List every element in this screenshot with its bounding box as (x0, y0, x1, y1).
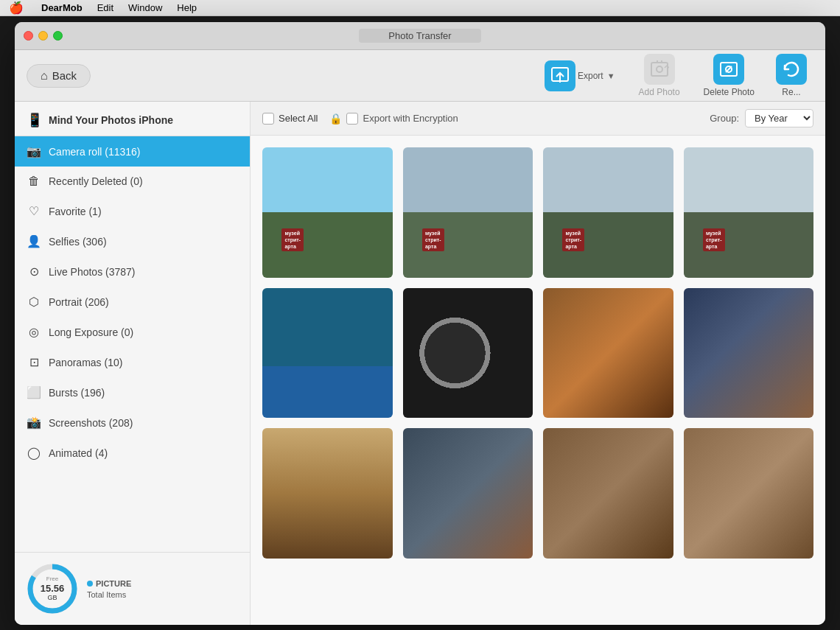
bursts-label: Bursts (196) (49, 387, 105, 399)
svg-point-3 (657, 66, 662, 72)
title-bar: Photo Transfer (15, 22, 825, 50)
apple-menu-icon[interactable]: 🍎 (9, 1, 24, 15)
group-label: Group: (710, 113, 739, 124)
delete-photo-label: Delete Photo (704, 87, 755, 97)
select-all-wrap: Select All (262, 113, 318, 125)
panoramas-label: Panoramas (10) (49, 357, 122, 368)
photo-cell[interactable] (403, 288, 533, 419)
sidebar-item-animated[interactable]: ◯ Animated (4) (15, 438, 250, 468)
photo-cell[interactable]: музейстрит-арта (403, 147, 533, 278)
sidebar-item-camera-roll[interactable]: 📷 Camera roll (11316) (15, 136, 250, 167)
screenshots-label: Screenshots (208) (49, 417, 133, 429)
back-button[interactable]: ⌂ Back (27, 64, 91, 88)
photo-area: Select All 🔒 Export with Encryption Grou… (251, 102, 825, 625)
live-photos-label: Live Photos (3787) (49, 266, 136, 278)
device-name: Mind Your Photos iPhone (49, 114, 173, 126)
menu-edit[interactable]: Edit (97, 2, 113, 13)
minimize-button[interactable] (38, 31, 48, 41)
storage-footer: Free 15.56 GB PICTURE Total Items (15, 552, 250, 625)
bursts-icon: ⬜ (27, 385, 41, 399)
menu-window[interactable]: Window (128, 2, 162, 13)
encryption-checkbox[interactable] (346, 113, 358, 125)
storage-dot (87, 581, 93, 587)
camera-roll-label: Camera roll (11316) (49, 146, 141, 158)
sidebar-item-bursts[interactable]: ⬜ Bursts (196) (15, 377, 250, 407)
add-photo-label: Add Photo (639, 87, 680, 97)
portrait-label: Portrait (206) (49, 296, 109, 308)
sidebar-item-favorite[interactable]: ♡ Favorite (1) (15, 196, 250, 226)
app-window: Photo Transfer ⌂ Back Export ▼ (15, 22, 825, 625)
export-button[interactable]: Export ▼ (536, 57, 624, 94)
animated-label: Animated (4) (49, 447, 108, 459)
photo-cell[interactable]: музейстрит-арта (684, 147, 814, 278)
favorite-icon: ♡ (27, 204, 41, 218)
device-icon: 📱 (27, 112, 43, 128)
photo-cell[interactable] (262, 428, 393, 559)
recently-deleted-icon: 🗑 (27, 175, 41, 188)
storage-text: Free 15.56 GB (41, 575, 65, 602)
photo-grid: музейстрит-арта музейстрит-арта музейстр… (251, 136, 825, 625)
photo-cell[interactable] (684, 428, 814, 559)
toolbar: ⌂ Back Export ▼ (15, 50, 825, 102)
favorite-label: Favorite (1) (49, 206, 102, 217)
sidebar-item-screenshots[interactable]: 📸 Screenshots (208) (15, 407, 250, 438)
svg-rect-2 (651, 63, 668, 76)
portrait-icon: ⬡ (27, 295, 41, 309)
delete-photo-button[interactable]: Delete Photo (695, 51, 763, 100)
panoramas-icon: ⊡ (27, 355, 41, 369)
long-exposure-label: Long Exposure (0) (49, 326, 133, 338)
photo-sign: музейстрит-арта (562, 228, 584, 251)
device-header: 📱 Mind Your Photos iPhone (15, 102, 250, 136)
select-all-label: Select All (279, 113, 318, 124)
main-content: 📱 Mind Your Photos iPhone 📷 Camera roll … (15, 102, 825, 625)
selfies-icon: 👤 (27, 234, 41, 248)
select-all-checkbox[interactable] (262, 113, 274, 125)
live-photos-icon: ⊙ (27, 265, 41, 279)
photo-sign: музейстрит-арта (422, 228, 444, 251)
photo-cell[interactable] (403, 428, 533, 559)
photo-cell[interactable] (543, 288, 673, 419)
photo-sign: музейстрит-арта (703, 228, 725, 251)
svg-line-6 (665, 66, 667, 68)
encryption-wrap: 🔒 Export with Encryption (329, 113, 458, 125)
close-button[interactable] (24, 31, 33, 41)
menu-help[interactable]: Help (177, 2, 197, 13)
add-photo-button[interactable]: Add Photo (630, 51, 689, 100)
encryption-label: Export with Encryption (363, 113, 458, 124)
sidebar-item-panoramas[interactable]: ⊡ Panoramas (10) (15, 347, 250, 377)
export-dropdown-arrow[interactable]: ▼ (607, 71, 615, 80)
menu-dearmob[interactable]: DearMob (41, 2, 83, 13)
photo-sign: музейстрит-арта (281, 228, 304, 251)
add-photo-icon (644, 54, 675, 85)
photo-cell[interactable] (684, 288, 814, 419)
refresh-icon (776, 54, 807, 85)
group-select[interactable]: By Year By Month By Day (745, 109, 813, 127)
maximize-button[interactable] (53, 31, 63, 41)
sidebar-item-recently-deleted[interactable]: 🗑 Recently Deleted (0) (15, 167, 250, 196)
storage-gb-unit: GB (41, 594, 65, 602)
back-icon: ⌂ (41, 69, 48, 83)
storage-circle: Free 15.56 GB (27, 563, 78, 615)
photo-cell[interactable]: музейстрит-арта (543, 147, 673, 278)
menu-bar: 🍎 DearMob Edit Window Help (0, 0, 840, 16)
photo-cell[interactable]: музейстрит-арта (262, 147, 393, 278)
group-wrap: Group: By Year By Month By Day (710, 109, 813, 127)
photo-cell[interactable] (262, 288, 393, 419)
storage-gb-value: 15.56 (41, 583, 65, 595)
storage-free-label: Free (41, 575, 65, 583)
sidebar-item-portrait[interactable]: ⬡ Portrait (206) (15, 287, 250, 317)
screenshots-icon: 📸 (27, 416, 41, 430)
sidebar-item-long-exposure[interactable]: ◎ Long Exposure (0) (15, 317, 250, 347)
photo-cell[interactable] (543, 428, 673, 559)
sidebar: 📱 Mind Your Photos iPhone 📷 Camera roll … (15, 102, 251, 625)
refresh-button[interactable]: Re... (769, 51, 813, 100)
sidebar-item-selfies[interactable]: 👤 Selfies (306) (15, 226, 250, 256)
delete-photo-icon (713, 54, 744, 85)
export-label: Export (578, 71, 603, 81)
lock-icon: 🔒 (329, 113, 342, 125)
camera-roll-icon: 📷 (27, 144, 41, 158)
traffic-lights (24, 31, 63, 41)
sidebar-item-live-photos[interactable]: ⊙ Live Photos (3787) (15, 256, 250, 287)
recently-deleted-label: Recently Deleted (0) (49, 175, 143, 187)
total-label: Total Items (87, 590, 131, 599)
